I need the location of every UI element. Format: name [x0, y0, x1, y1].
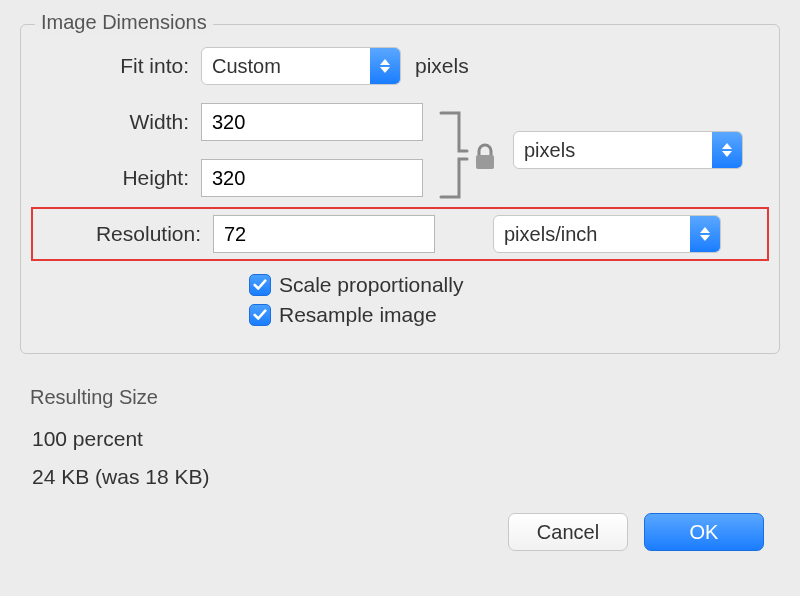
- ok-button[interactable]: OK: [644, 513, 764, 551]
- scale-proportionally-row: Scale proportionally: [249, 273, 759, 297]
- fit-into-label: Fit into:: [41, 54, 201, 78]
- resolution-unit-select[interactable]: pixels/inch: [493, 215, 721, 253]
- fit-into-select[interactable]: Custom: [201, 47, 401, 85]
- dimension-unit-value: pixels: [524, 139, 575, 162]
- scale-proportionally-checkbox[interactable]: [249, 274, 271, 296]
- resample-image-checkbox[interactable]: [249, 304, 271, 326]
- resulting-size-group: Resulting Size 100 percent 24 KB (was 18…: [20, 376, 780, 489]
- dimension-unit-select[interactable]: pixels: [513, 131, 743, 169]
- height-input[interactable]: [201, 159, 423, 197]
- fit-into-row: Fit into: Custom pixels: [41, 47, 759, 85]
- chevrons-icon: [712, 132, 742, 168]
- resulting-size-title: Resulting Size: [30, 386, 770, 409]
- lock-icon: [473, 143, 497, 171]
- dialog-buttons: Cancel OK: [20, 503, 780, 551]
- resulting-kb: 24 KB (was 18 KB): [30, 465, 770, 489]
- resample-image-row: Resample image: [249, 303, 759, 327]
- height-label: Height:: [41, 166, 201, 190]
- resample-image-label: Resample image: [279, 303, 437, 327]
- resolution-unit-value: pixels/inch: [504, 223, 597, 246]
- width-label: Width:: [41, 110, 201, 134]
- group-title-image-dimensions: Image Dimensions: [35, 11, 213, 34]
- cancel-button[interactable]: Cancel: [508, 513, 628, 551]
- resolution-input[interactable]: [213, 215, 435, 253]
- svg-rect-0: [476, 155, 494, 169]
- resulting-percent: 100 percent: [30, 427, 770, 451]
- resolution-highlight: Resolution: pixels/inch: [31, 207, 769, 261]
- resolution-label: Resolution:: [43, 222, 213, 246]
- fit-into-unit-text: pixels: [415, 54, 469, 78]
- width-input[interactable]: [201, 103, 423, 141]
- image-dimensions-group: Image Dimensions Fit into: Custom pixels…: [20, 24, 780, 354]
- scale-proportionally-label: Scale proportionally: [279, 273, 463, 297]
- fit-into-value: Custom: [212, 55, 281, 78]
- chevrons-icon: [370, 48, 400, 84]
- chevrons-icon: [690, 216, 720, 252]
